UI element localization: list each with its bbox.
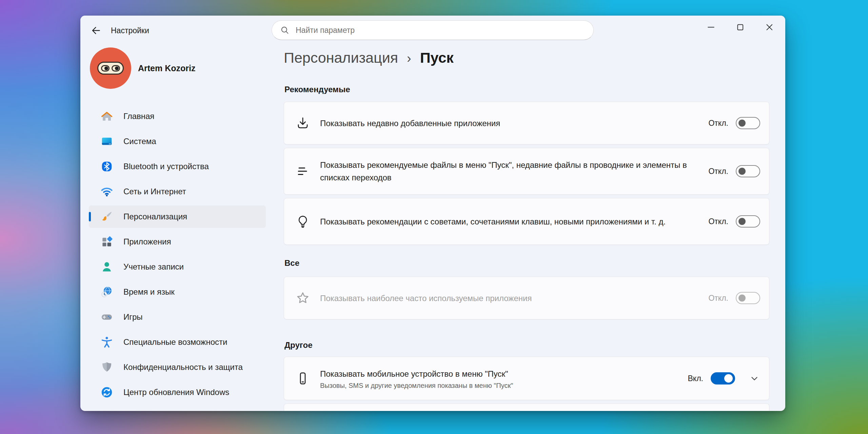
toggle-state-label: Вкл. [688, 374, 703, 383]
toggle-state-label: Откл. [708, 119, 728, 128]
user-account-chip[interactable]: Artem Kozoriz [90, 47, 195, 89]
time-language-icon [100, 285, 113, 298]
main-content: Персонализация › Пуск Рекомендуемые Пока… [284, 16, 769, 411]
toggle-knob [724, 374, 733, 383]
star-icon [295, 290, 311, 306]
setting-text: Показывать недавно добавленные приложени… [320, 117, 708, 130]
system-icon [100, 135, 113, 148]
toggle-state-label: Откл. [708, 167, 728, 176]
setting-text: Показывать мобильное устройство в меню "… [320, 368, 688, 390]
avatar-eye [101, 65, 110, 72]
setting-title: Показывать наиболее часто используемые п… [320, 292, 695, 304]
back-arrow-icon [91, 25, 101, 36]
toggle-knob [738, 295, 746, 302]
section-header-all: Все [284, 258, 299, 268]
breadcrumb-separator-icon: › [407, 50, 411, 66]
section-header-recommended: Рекомендуемые [284, 85, 350, 94]
sidebar-item-accounts[interactable]: Учетные записи [89, 256, 266, 278]
sidebar-item-label: Игры [123, 312, 143, 322]
sidebar-item-time-language[interactable]: Время и язык [89, 281, 266, 303]
sidebar-item-label: Bluetooth и устройства [123, 162, 209, 171]
avatar-face [97, 62, 124, 75]
sidebar-item-label: Центр обновления Windows [123, 388, 229, 397]
sidebar-item-bluetooth[interactable]: Bluetooth и устройства [89, 155, 266, 178]
sidebar-item-label: Конфиденциальность и защита [123, 362, 243, 372]
sidebar-item-apps[interactable]: Приложения [89, 231, 266, 253]
setting-text: Показывать рекомендации с советами, соче… [320, 215, 708, 228]
toggle-state-label: Откл. [708, 217, 728, 226]
apps-icon [100, 235, 113, 248]
sidebar-item-accessibility[interactable]: Специальные возможности [89, 331, 266, 353]
sidebar-item-personalization[interactable]: Персонализация [89, 205, 266, 228]
network-icon [100, 185, 113, 198]
selected-indicator [89, 212, 91, 221]
toggle-switch-disabled [736, 292, 760, 304]
toggle-switch[interactable] [711, 372, 735, 384]
toggle-knob [738, 168, 746, 175]
setting-title: Показывать мобильное устройство в меню "… [320, 368, 674, 380]
sidebar-item-label: Система [123, 137, 156, 146]
bluetooth-icon [100, 160, 113, 173]
sidebar-item-label: Учетные записи [123, 262, 184, 272]
setting-title: Показывать недавно добавленные приложени… [320, 117, 695, 130]
sidebar-item-privacy[interactable]: Конфиденциальность и защита [89, 356, 266, 378]
avatar [90, 47, 131, 89]
accounts-icon [100, 260, 113, 273]
toggle-switch[interactable] [736, 165, 760, 177]
setting-title: Показывать рекомендации с советами, соче… [320, 215, 695, 228]
sidebar-item-label: Приложения [123, 237, 171, 246]
home-icon [100, 110, 113, 123]
setting-text: Показывать наиболее часто используемые п… [320, 292, 708, 304]
sidebar-item-home[interactable]: Главная [89, 105, 266, 127]
toggle-switch[interactable] [736, 215, 760, 228]
toggle-switch[interactable] [736, 117, 760, 129]
toggle-knob [738, 120, 746, 127]
page-title: Пуск [420, 50, 454, 66]
settings-window: Настройки Artem Kozoriz Главная [80, 16, 785, 411]
section-header-other: Другое [284, 340, 312, 350]
games-icon [100, 311, 113, 323]
breadcrumb-parent[interactable]: Персонализация [284, 50, 398, 66]
sidebar-item-label: Время и язык [123, 287, 175, 297]
app-title: Настройки [111, 26, 149, 35]
sidebar-item-label: Сеть и Интернет [123, 187, 186, 196]
personalization-icon [100, 210, 113, 223]
sidebar-nav: Главная Система Bluetooth и устройства С… [89, 105, 266, 406]
sidebar-item-label: Персонализация [123, 212, 187, 221]
back-button[interactable] [88, 23, 103, 38]
recent-files-icon [295, 163, 311, 179]
chevron-down-icon[interactable] [749, 373, 760, 384]
download-icon [295, 115, 311, 131]
sidebar-item-network[interactable]: Сеть и Интернет [89, 180, 266, 203]
sidebar-item-label: Специальные возможности [123, 337, 227, 347]
sidebar-item-label: Главная [123, 112, 154, 121]
setting-title: Показывать рекомендуемые файлы в меню "П… [320, 159, 695, 184]
sidebar-item-windows-update[interactable]: Центр обновления Windows [89, 381, 266, 403]
sidebar-item-system[interactable]: Система [89, 130, 266, 153]
avatar-eye [112, 65, 120, 72]
breadcrumb: Персонализация › Пуск [284, 50, 454, 66]
sidebar-item-gaming[interactable]: Игры [89, 306, 266, 328]
setting-text: Показывать рекомендуемые файлы в меню "П… [320, 159, 708, 184]
toggle-state-label: Откл. [708, 294, 728, 303]
privacy-icon [100, 361, 113, 374]
setting-row-mobile-device[interactable]: Показывать мобильное устройство в меню "… [284, 357, 769, 400]
lightbulb-icon [295, 214, 311, 229]
windows-update-icon [100, 386, 113, 399]
toggle-knob [738, 218, 746, 225]
setting-row-recommended-files: Показывать рекомендуемые файлы в меню "П… [284, 148, 769, 195]
setting-subtitle: Вызовы, SMS и другие уведомления показан… [320, 382, 674, 390]
setting-row-tips-recommendations: Показывать рекомендации с советами, соче… [284, 198, 769, 245]
setting-row-recently-added-apps: Показывать недавно добавленные приложени… [284, 102, 769, 144]
setting-row-most-used-apps: Показывать наиболее часто используемые п… [284, 277, 769, 319]
smartphone-icon [295, 371, 311, 386]
user-name: Artem Kozoriz [138, 63, 195, 73]
accessibility-icon [100, 336, 113, 349]
setting-row-partially-visible [284, 403, 769, 411]
